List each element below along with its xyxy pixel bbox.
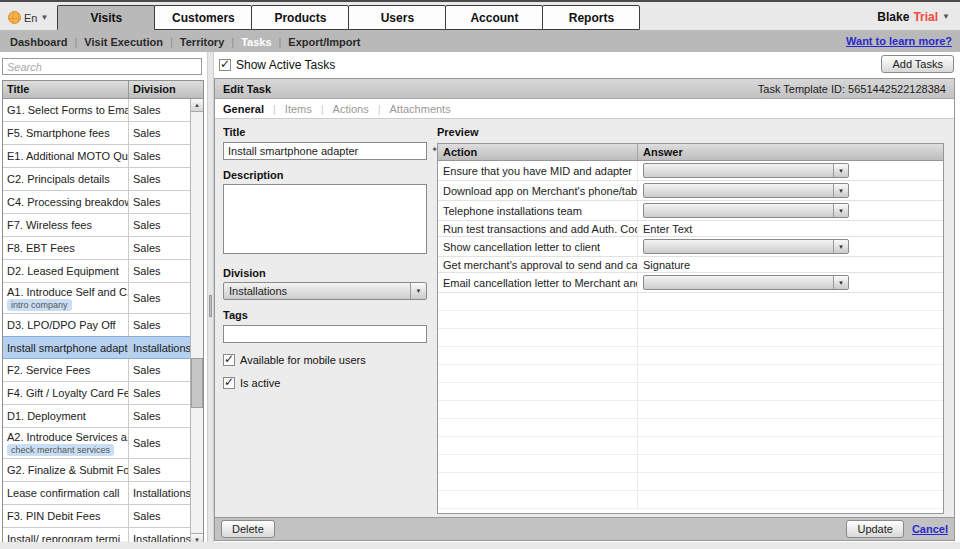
user-menu[interactable]: Blake Trial ▼: [877, 10, 950, 24]
subnav-item-dashboard[interactable]: Dashboard: [10, 36, 67, 48]
task-row[interactable]: F7. Wireless feesSales: [3, 214, 190, 237]
task-row[interactable]: E1. Additional MOTO Qu...Sales: [3, 145, 190, 168]
preview-empty-row: [438, 365, 943, 383]
scrollbar-thumb[interactable]: [191, 358, 203, 408]
task-row-title-cell: C4. Processing breakdown: [3, 191, 129, 213]
preview-action: Get merchant's approval to send and capt…: [438, 257, 638, 272]
preview-row: Download app on Merchant's phone/tablet …: [438, 181, 943, 201]
task-row-division: Sales: [129, 428, 190, 458]
cancel-link[interactable]: Cancel: [912, 523, 948, 535]
task-row-title-cell: Lease confirmation call: [3, 482, 129, 504]
subnav-separator: |: [279, 36, 282, 48]
checkbox-available-for-mobile-users[interactable]: Available for mobile users: [223, 354, 436, 366]
preview-row: Telephone installations team▼: [438, 201, 943, 221]
sidebar-scrollbar[interactable]: ▲ ▼: [190, 99, 203, 546]
preview-empty-row: [438, 347, 943, 365]
show-active-tasks-toggle[interactable]: Show Active Tasks: [219, 58, 335, 72]
task-row-title-cell: Install smartphone adapter: [3, 337, 129, 358]
panel-title: Edit Task: [223, 83, 271, 95]
preview-row: Get merchant's approval to send and capt…: [438, 257, 943, 273]
edit-tab-actions[interactable]: Actions: [324, 103, 378, 115]
answer-dropdown[interactable]: ▼: [643, 203, 849, 218]
edit-tab-items[interactable]: Items: [276, 103, 321, 115]
task-row[interactable]: F2. Service FeesSales: [3, 359, 190, 382]
column-header-division[interactable]: Division: [129, 81, 203, 98]
description-textarea[interactable]: [223, 184, 427, 254]
checkbox-box-icon[interactable]: [223, 377, 235, 389]
form-checkboxes: Available for mobile usersIs active: [223, 354, 436, 389]
answer-dropdown[interactable]: ▼: [643, 275, 849, 290]
column-header-title[interactable]: Title: [3, 81, 129, 98]
preview-empty-action: [438, 419, 638, 436]
task-row[interactable]: F4. Gift / Loyalty Card Fe...Sales: [3, 382, 190, 405]
task-row[interactable]: C4. Processing breakdownSales: [3, 191, 190, 214]
task-row-title: A2. Introduce Services a...: [7, 431, 124, 443]
preview-action: Email cancellation letter to Merchant an…: [438, 273, 638, 292]
subnav-item-visit-execution[interactable]: Visit Execution: [84, 36, 163, 48]
update-button[interactable]: Update: [846, 520, 903, 538]
task-row-title: D2. Leased Equipment: [7, 265, 124, 277]
task-row[interactable]: C2. Principals detailsSales: [3, 168, 190, 191]
edit-tab-general[interactable]: General: [223, 103, 273, 115]
edit-task-tabs: General|Items|Actions|Attachments: [215, 99, 954, 119]
task-table-header: Title Division: [3, 81, 203, 99]
tab-users[interactable]: Users: [348, 5, 446, 30]
task-row[interactable]: F5. Smartphone feesSales: [3, 122, 190, 145]
preview-empty-action: [438, 491, 638, 508]
tab-account[interactable]: Account: [445, 5, 543, 30]
answer-dropdown[interactable]: ▼: [643, 183, 849, 198]
task-row-division: Sales: [129, 359, 190, 381]
preview-row: Ensure that you have MID and adapter▼: [438, 161, 943, 181]
add-tasks-button[interactable]: Add Tasks: [881, 55, 954, 73]
task-row[interactable]: F3. PIN Debit FeesSales: [3, 505, 190, 528]
task-row-title: F5. Smartphone fees: [7, 127, 124, 139]
task-row-title-cell: D3. LPO/DPO Pay Off: [3, 314, 129, 336]
scroll-up-icon[interactable]: ▲: [191, 99, 203, 112]
task-row-title: F4. Gift / Loyalty Card Fe...: [7, 387, 124, 399]
task-row[interactable]: G1. Select Forms to EmailSales: [3, 99, 190, 122]
tags-input[interactable]: [223, 325, 427, 343]
tab-visits[interactable]: Visits: [57, 5, 155, 30]
main-tabs: VisitsCustomersProductsUsersAccountRepor…: [58, 5, 640, 30]
panel-bottom-bar: Delete Update Cancel: [215, 517, 954, 540]
subnav-item-export-import[interactable]: Export/Import: [288, 36, 360, 48]
task-row[interactable]: D2. Leased EquipmentSales: [3, 260, 190, 283]
checkbox-is-active[interactable]: Is active: [223, 377, 436, 389]
task-row-title-cell: C2. Principals details: [3, 168, 129, 190]
task-row[interactable]: A1. Introduce Self and C...intro company…: [3, 283, 190, 314]
task-row[interactable]: D1. DeploymentSales: [3, 405, 190, 428]
task-row-division: Sales: [129, 459, 190, 481]
subnav-item-tasks[interactable]: Tasks: [241, 36, 271, 48]
delete-button[interactable]: Delete: [221, 520, 275, 538]
tab-reports[interactable]: Reports: [542, 5, 640, 30]
language-selector[interactable]: En ▼: [8, 11, 48, 24]
preview-column: Preview Action Answer Ensure that you ha…: [437, 124, 944, 514]
task-row[interactable]: Install smartphone adapterInstallations: [3, 336, 190, 359]
subnav-items: Dashboard|Visit Execution|Territory|Task…: [10, 32, 360, 50]
tab-products[interactable]: Products: [251, 5, 349, 30]
task-row-title: C2. Principals details: [7, 173, 124, 185]
preview-empty-action: [438, 347, 638, 364]
show-active-checkbox[interactable]: [219, 59, 231, 71]
task-row[interactable]: F8. EBT FeesSales: [3, 237, 190, 260]
checkbox-box-icon[interactable]: [223, 354, 235, 366]
show-active-label: Show Active Tasks: [236, 58, 335, 72]
subnav-item-territory[interactable]: Territory: [180, 36, 224, 48]
answer-dropdown[interactable]: ▼: [643, 239, 849, 254]
task-row[interactable]: Lease confirmation callInstallations: [3, 482, 190, 505]
task-row[interactable]: G2. Finalize & Submit Fo...Sales: [3, 459, 190, 482]
panel-splitter[interactable]: [207, 52, 214, 549]
search-input[interactable]: [2, 58, 202, 75]
task-row[interactable]: A2. Introduce Services a...check merchan…: [3, 428, 190, 459]
preview-table-header: Action Answer: [438, 144, 943, 161]
task-row[interactable]: D3. LPO/DPO Pay OffSales: [3, 314, 190, 337]
edit-tab-attachments[interactable]: Attachments: [381, 103, 460, 115]
preview-answer: ▼: [638, 275, 943, 290]
task-row-division: Sales: [129, 283, 190, 313]
learn-more-link[interactable]: Want to learn more?: [846, 35, 952, 47]
title-input[interactable]: [223, 142, 427, 160]
tab-customers[interactable]: Customers: [154, 5, 252, 30]
division-select[interactable]: Installations ▼: [223, 282, 427, 300]
answer-dropdown[interactable]: ▼: [643, 163, 849, 178]
preview-action: Ensure that you have MID and adapter: [438, 161, 638, 180]
